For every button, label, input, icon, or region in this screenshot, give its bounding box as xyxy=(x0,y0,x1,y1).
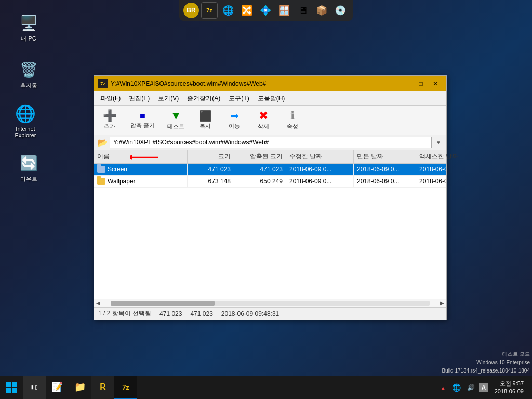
address-input[interactable] xyxy=(110,137,432,148)
table-row[interactable]: Screen 471 023 471 023 2018-06-09 0... 2… xyxy=(94,164,446,176)
top-icon-disc[interactable]: 💿 xyxy=(332,2,349,19)
move-label: 이동 xyxy=(229,122,240,130)
props-label: 속성 xyxy=(287,123,298,130)
scroll-right-button[interactable]: ▶ xyxy=(438,300,446,306)
recycle-icon: 🗑️ xyxy=(18,59,39,80)
ie-label: Internet Explorer xyxy=(9,126,42,138)
notepad-icon: 📝 xyxy=(51,381,63,393)
my-pc-icon: 🖥️ xyxy=(18,12,39,33)
window-title: Y:#Win10XPE#ISO#sources#boot.wim#Windows… xyxy=(111,80,400,87)
tray-time-value: 오전 9:57 xyxy=(495,380,524,388)
top-icon-7z[interactable]: 7z xyxy=(201,2,218,19)
copy-icon: ⬛ xyxy=(199,111,212,121)
col-header-size[interactable]: 크기 xyxy=(188,150,234,163)
col-header-created[interactable]: 만든 날짜 xyxy=(354,150,416,163)
status-count: 1 / 2 항목이 선택됨 xyxy=(98,309,151,318)
menu-help[interactable]: 도움말(H) xyxy=(254,92,289,104)
top-icon-window[interactable]: 🪟 xyxy=(276,2,292,19)
taskbar: ▮▯ 📝 📁 R 7z ▲ 🌐 🔊 A 오전 9:57 2018-06-09 xyxy=(0,376,532,399)
titlebar: 7z Y:#Win10XPE#ISO#sources#boot.wim#Wind… xyxy=(94,76,446,91)
status-date: 2018-06-09 09:48:31 xyxy=(221,310,279,317)
window-controls: ─ □ ✕ xyxy=(400,78,442,89)
file-accessed-wallpaper: 2018-06-09 0... xyxy=(416,176,446,187)
notice-line3: Build 17134.rs4_release.180410-1804 xyxy=(442,367,530,375)
taskbar-app-notepad[interactable]: 📝 xyxy=(46,376,69,399)
toolbar-extract[interactable]: ■ 압축 풀기 xyxy=(126,109,159,131)
horizontal-scrollbar[interactable]: ◀ ▶ xyxy=(94,299,446,307)
toolbar-copy[interactable]: ⬛ 복사 xyxy=(193,109,218,132)
top-icon-monitor[interactable]: 🖥 xyxy=(295,2,311,19)
taskbar-app-cmd[interactable]: ▮▯ xyxy=(23,376,46,399)
tray-speaker-icon[interactable]: 🔊 xyxy=(465,383,477,392)
desktop-icon-recycle[interactable]: 🗑️ 휴지통 xyxy=(10,57,47,91)
menu-tools[interactable]: 도구(T) xyxy=(224,92,253,104)
tray-network-icon[interactable]: 🌐 xyxy=(450,382,463,393)
desktop-icon-sync[interactable]: 🔄 마우트 xyxy=(10,151,47,185)
addr-dropdown-icon[interactable]: ▼ xyxy=(434,139,443,147)
col-header-accessed[interactable]: 액세스한 날짜 xyxy=(416,150,478,163)
col-header-packed[interactable]: 압축된 크기 xyxy=(234,150,286,163)
extract-label: 압축 풀기 xyxy=(130,122,155,129)
column-headers: 이름 크기 압축된 크기 수정한 날짜 만든 날짜 액세스한 날짜 xyxy=(94,150,446,164)
file-modified-wallpaper: 2018-06-09 0... xyxy=(286,176,354,187)
top-icon-globe[interactable]: 🌐 xyxy=(220,2,236,19)
scrollbar-track[interactable] xyxy=(111,301,430,306)
notice-line2: Windows 10 Enterprise xyxy=(442,358,530,367)
taskbar-app-r[interactable]: R xyxy=(91,376,114,399)
desktop-icon-my-pc[interactable]: 🖥️ 내 PC xyxy=(10,10,47,45)
tray-datetime[interactable]: 오전 9:57 2018-06-09 xyxy=(490,380,528,396)
delete-icon: ✖ xyxy=(259,110,268,122)
close-button[interactable]: ✕ xyxy=(429,78,442,89)
menu-file[interactable]: 파일(F) xyxy=(96,92,125,104)
copy-label: 복사 xyxy=(200,122,211,130)
file-list: Screen 471 023 471 023 2018-06-09 0... 2… xyxy=(94,164,446,299)
toolbar-props[interactable]: ℹ 속성 xyxy=(280,108,305,132)
tray-ime-icon[interactable]: A xyxy=(479,383,488,392)
scroll-left-button[interactable]: ◀ xyxy=(94,300,102,306)
toolbar-move[interactable]: ➡ 이동 xyxy=(222,109,247,132)
file-accessed-screen: 2018-06-09 0... xyxy=(416,164,446,175)
status-size: 471 023 xyxy=(159,310,182,317)
tray-date-value: 2018-06-09 xyxy=(495,388,524,395)
addr-folder-icon: 📂 xyxy=(97,138,108,148)
minimize-button[interactable]: ─ xyxy=(400,78,413,89)
test-label: 테스트 xyxy=(167,123,184,130)
menu-view[interactable]: 보기(V) xyxy=(154,92,183,104)
recycle-label: 휴지통 xyxy=(20,82,37,89)
7zip-title-icon: 7z xyxy=(98,79,108,88)
props-icon: ℹ xyxy=(290,110,295,122)
file-name-wallpaper: Wallpaper xyxy=(94,176,188,187)
desktop-icon-ie[interactable]: 🌐 Internet Explorer xyxy=(7,101,44,140)
folder-icon xyxy=(97,178,105,185)
table-row[interactable]: Wallpaper 673 148 650 249 2018-06-09 0..… xyxy=(94,176,446,188)
file-name-screen: Screen xyxy=(94,164,188,175)
toolbar-delete[interactable]: ✖ 삭제 xyxy=(251,108,276,132)
scrollbar-thumb[interactable] xyxy=(111,301,215,306)
sync-icon: 🔄 xyxy=(18,153,39,174)
cmd-icon: ▮▯ xyxy=(31,383,38,391)
maximize-button[interactable]: □ xyxy=(414,78,428,89)
taskbar-app-7z[interactable]: 7z xyxy=(114,376,137,399)
top-app-bar: BR 7z 🌐 🔀 💠 🪟 🖥 📦 💿 xyxy=(179,0,353,21)
toolbar-test[interactable]: ▼ 테스트 xyxy=(163,108,189,132)
notice-line1: 테스트 모드 xyxy=(442,350,530,358)
addressbar: 📂 ▼ xyxy=(94,135,446,150)
menu-favorites[interactable]: 즐겨찾기(A) xyxy=(183,92,224,104)
col-header-name[interactable]: 이름 xyxy=(94,150,188,163)
folder-taskbar-icon: 📁 xyxy=(74,381,86,393)
statusbar: 1 / 2 항목이 선택됨 471 023 471 023 2018-06-09… xyxy=(94,307,446,320)
desktop: 🖥️ 내 PC 🗑️ 휴지통 🌐 Internet Explorer 🔄 마우트… xyxy=(0,0,532,399)
toolbar-add[interactable]: ➕ 추가 xyxy=(97,108,122,132)
taskbar-app-folder[interactable]: 📁 xyxy=(69,376,91,399)
start-button[interactable] xyxy=(0,376,23,399)
top-icon-box[interactable]: 📦 xyxy=(313,2,330,19)
tray-arrow-up[interactable]: ▲ xyxy=(438,384,448,392)
menu-edit[interactable]: 편집(E) xyxy=(125,92,154,104)
top-icon-connect[interactable]: 🔀 xyxy=(238,2,255,19)
top-icon-diamond[interactable]: 💠 xyxy=(257,2,274,19)
top-icon-br[interactable]: BR xyxy=(183,3,199,18)
file-packed-wallpaper: 650 249 xyxy=(234,176,286,187)
col-header-modified[interactable]: 수정한 날짜 xyxy=(286,150,354,163)
toolbar: ➕ 추가 ■ 압축 풀기 ▼ 테스트 ⬛ 복사 ➡ 이동 ✖ 삭제 xyxy=(94,106,446,135)
taskbar-apps: ▮▯ 📝 📁 R 7z xyxy=(23,376,438,399)
